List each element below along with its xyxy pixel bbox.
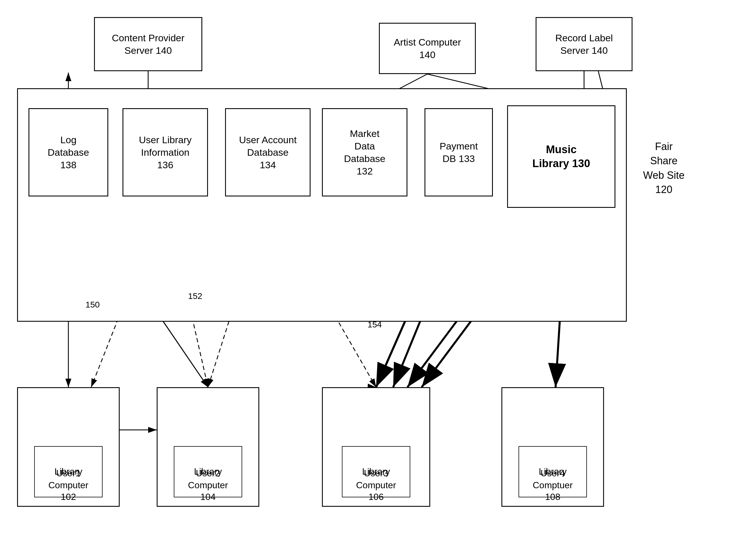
user2-computer-label: User2 Computer 104 (157, 467, 258, 503)
music-library-box: Music Library 130 (507, 105, 615, 208)
record-label-box: Record Label Server 140 (536, 17, 633, 71)
content-provider-box: Content Provider Server 140 (94, 17, 202, 71)
payment-db-label: Payment DB 133 (440, 140, 478, 165)
user1-computer-label: User1 Computer 102 (18, 467, 119, 503)
log-database-label: Log Database 138 (47, 134, 89, 172)
diagram: Content Provider Server 140 Artist Compu… (0, 0, 753, 560)
label-150: 150 (85, 299, 100, 310)
user4-computer-box: Library User4 Comptuer 108 (501, 387, 604, 507)
content-provider-label: Content Provider Server 140 (112, 32, 184, 57)
user-library-info-label: User Library Information 136 (139, 134, 191, 172)
fair-share-label: FairShareWeb Site120 (635, 140, 692, 197)
user4-computer-label: User4 Comptuer 108 (502, 467, 603, 503)
log-database-box: Log Database 138 (28, 108, 108, 197)
record-label-label: Record Label Server 140 (555, 32, 613, 57)
user-library-info-box: User Library Information 136 (122, 108, 208, 197)
payment-db-box: Payment DB 133 (425, 108, 493, 197)
music-library-label: Music Library 130 (533, 143, 590, 171)
user-account-db-label: User Account Database 134 (239, 134, 296, 172)
artist-computer-label: Artist Computer 140 (394, 36, 461, 61)
label-154: 154 (368, 319, 382, 330)
user3-computer-label: User3 Computer 106 (323, 467, 429, 503)
user1-computer-box: Library User1 Computer 102 (17, 387, 120, 507)
user2-computer-box: Library User2 Computer 104 (157, 387, 259, 507)
market-data-db-box: Market Data Database 132 (322, 108, 407, 197)
user3-computer-box: Library User3 Computer 106 (322, 387, 430, 507)
label-152: 152 (188, 291, 202, 301)
market-data-db-label: Market Data Database 132 (344, 127, 385, 178)
artist-computer-box: Artist Computer 140 (379, 23, 476, 74)
user-account-db-box: User Account Database 134 (225, 108, 311, 197)
